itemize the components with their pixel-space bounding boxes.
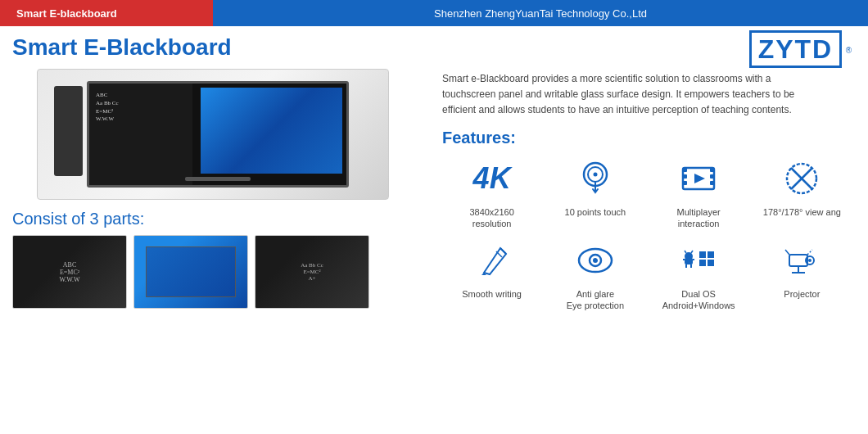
svg-rect-27: [699, 251, 706, 258]
feature-label-eye: Anti glareEye protection: [567, 288, 624, 312]
blackboard-screen: [201, 88, 342, 174]
touch-icon: [575, 158, 616, 199]
chalk-text: ABCAa Bb CcE=MC²W.W.W: [96, 92, 119, 124]
feature-icon-4k: 4K: [469, 156, 515, 201]
right-panel: ZYTD ® Smart e-Blackboard provides a mor…: [426, 26, 868, 434]
logo-registered: ®: [846, 46, 852, 55]
svg-rect-5: [683, 168, 687, 172]
product-image: ABCAa Bb CcE=MC²W.W.W: [37, 69, 389, 200]
feature-writing: Smooth writing: [442, 237, 541, 312]
feature-touch: 10 points touch: [545, 156, 644, 230]
feature-label-dual-os: Dual OSAndroid+Windows: [662, 288, 735, 312]
feature-label-multiplayer: Multiplayerinteraction: [677, 206, 721, 230]
svg-rect-6: [683, 174, 687, 179]
feature-icon-multiplayer: [676, 156, 721, 201]
parts-section: Consist of 3 parts: ABCE=MC²W.W.W Aa Bb …: [12, 210, 414, 309]
svg-point-33: [808, 259, 811, 262]
svg-point-2: [593, 172, 597, 176]
feature-eye: Anti glareEye protection: [545, 237, 644, 312]
features-title: Features:: [442, 129, 852, 147]
writing-icon: [472, 240, 513, 281]
part1-content: ABCE=MC²W.W.W: [57, 259, 82, 286]
logo-area: ZYTD ®: [442, 34, 852, 65]
svg-line-34: [785, 250, 789, 255]
blackboard-stand: [185, 177, 251, 181]
feature-projector: Projector: [753, 237, 852, 312]
part2-screen: [146, 246, 236, 297]
svg-rect-8: [710, 168, 714, 172]
feature-icon-view-angle: [779, 156, 825, 201]
svg-rect-20: [685, 258, 693, 264]
feature-label-touch: 10 points touch: [565, 206, 626, 218]
main-content: Smart E-Blackboard ABCAa Bb CcE=MC²W.W.W…: [0, 26, 868, 434]
part3-content: Aa Bb CcE=MC²A+: [298, 260, 326, 284]
svg-rect-7: [683, 181, 687, 185]
svg-rect-9: [710, 174, 714, 179]
header: Smart E-blackboard Shenzhen ZhengYuanTai…: [0, 0, 868, 26]
header-brand: Smart E-blackboard: [0, 0, 213, 26]
feature-view-angle: 178°/178° view ang: [753, 156, 852, 230]
view-angle-icon: [781, 158, 822, 199]
dual-os-icon: [678, 240, 719, 281]
svg-marker-4: [694, 174, 705, 183]
svg-line-25: [685, 251, 686, 253]
feature-label-projector: Projector: [784, 288, 820, 300]
svg-rect-29: [699, 260, 706, 266]
features-grid: 4K 3840x2160resolution 10 points touch: [442, 156, 852, 312]
feature-icon-writing: [469, 237, 515, 283]
feature-icon-eye: [572, 237, 618, 283]
multiplayer-icon: [678, 158, 719, 199]
part-image-1: ABCE=MC²W.W.W: [12, 235, 127, 309]
parts-title: Consist of 3 parts:: [12, 210, 414, 228]
feature-4k: 4K 3840x2160resolution: [442, 156, 541, 230]
projector-icon: [781, 240, 822, 281]
svg-rect-30: [708, 260, 714, 266]
svg-rect-31: [789, 255, 807, 266]
blackboard-main: ABCAa Bb CcE=MC²W.W.W: [87, 81, 349, 188]
part-image-2: [133, 235, 248, 309]
page-title: Smart E-Blackboard: [12, 34, 414, 61]
svg-line-35: [807, 250, 812, 255]
feature-label-writing: Smooth writing: [462, 288, 522, 300]
product-mockup: ABCAa Bb CcE=MC²W.W.W: [38, 70, 388, 199]
svg-rect-10: [710, 181, 714, 185]
left-panel: Smart E-Blackboard ABCAa Bb CcE=MC²W.W.W…: [0, 26, 426, 434]
header-company-text: Shenzhen ZhengYuanTai Technology Co.,Ltd: [434, 7, 647, 20]
feature-label-view-angle: 178°/178° view ang: [763, 206, 841, 218]
svg-point-18: [596, 257, 599, 260]
eye-icon: [575, 240, 616, 281]
stand-left: [54, 86, 83, 176]
header-company: Shenzhen ZhengYuanTai Technology Co.,Ltd: [213, 0, 868, 26]
product-description: Smart e-Blackboard provides a more scien…: [442, 71, 811, 119]
header-brand-text: Smart E-blackboard: [16, 7, 117, 20]
logo-text: ZYTD: [749, 30, 843, 68]
feature-multiplayer: Multiplayerinteraction: [649, 156, 748, 230]
part-image-3: Aa Bb CcE=MC²A+: [255, 235, 369, 309]
feature-icon-touch: [572, 156, 618, 201]
feature-dual-os: Dual OSAndroid+Windows: [649, 237, 748, 312]
feature-icon-projector: [779, 237, 825, 283]
parts-images: ABCE=MC²W.W.W Aa Bb CcE=MC²A+: [12, 235, 414, 309]
svg-line-26: [691, 251, 693, 253]
feature-label-4k: 3840x2160resolution: [469, 206, 513, 230]
feature-icon-dual-os: [676, 237, 721, 283]
logo: ZYTD ®: [749, 34, 852, 65]
4k-icon: 4K: [473, 164, 511, 193]
svg-rect-28: [708, 251, 714, 258]
